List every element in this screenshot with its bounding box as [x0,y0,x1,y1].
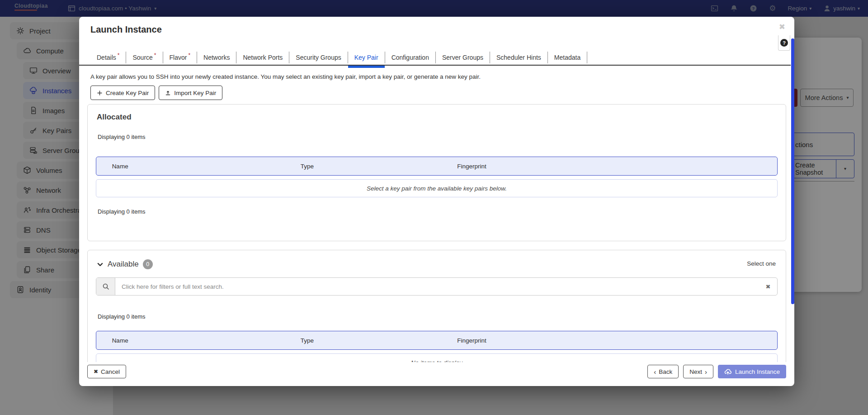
help-icon: ? [780,39,788,47]
tab-underline [79,65,791,66]
column-header-fingerprint[interactable]: Fingerprint [457,157,486,175]
filter-search-bar: ✖ [96,277,778,296]
modal-footer: ✖ Cancel ‹ Back Next › Launch Instance [79,362,794,386]
available-panel: Available 0 Select one ✖ Displaying 0 it… [87,250,786,362]
tab-configuration[interactable]: Configuration [385,50,435,65]
tab-separator [587,52,587,63]
column-header-type[interactable]: Type [301,157,314,175]
chevron-left-icon: ‹ [654,369,656,375]
select-one-hint: Select one [747,260,776,267]
allocated-title: Allocated [97,113,786,122]
chevron-right-icon: › [705,369,707,375]
tab-flavor[interactable]: Flavor* [163,50,197,65]
close-icon: ✖ [94,368,98,375]
cancel-button[interactable]: ✖ Cancel [87,365,126,378]
allocated-empty-message: Select a key pair from the available key… [367,185,507,192]
next-button[interactable]: Next › [683,365,713,378]
tab-source[interactable]: Source* [126,50,162,65]
modal-title: Launch Instance [90,24,162,35]
allocated-count-top: Displaying 0 items [98,134,786,140]
key-pair-description: A key pair allows you to SSH into your n… [90,73,481,80]
filter-search-input[interactable] [115,278,759,295]
key-pair-step-body: A key pair allows you to SSH into your n… [79,67,794,362]
tab-server-groups[interactable]: Server Groups [436,50,490,65]
launch-instance-modal: Launch Instance ✖ Details* Source* Flavo… [79,17,794,386]
key-pair-actions: Create Key Pair Import Key Pair [90,86,222,100]
column-header-type[interactable]: Type [301,331,314,349]
close-icon[interactable]: ✖ [779,22,785,32]
tab-network-ports[interactable]: Network Ports [236,50,289,65]
plus-icon [97,90,103,96]
available-count: Displaying 0 items [98,313,786,320]
available-table-header: Name Type Fingerprint [96,331,778,350]
available-empty-row: No items to display [96,353,778,362]
import-key-pair-button[interactable]: Import Key Pair [159,86,222,100]
tab-key-pair[interactable]: Key Pair [348,50,385,65]
available-title: Available [108,260,139,269]
upload-icon [165,90,171,96]
column-header-name[interactable]: Name [112,331,128,349]
allocated-count-bottom: Displaying 0 items [98,208,786,215]
required-asterisk: * [154,52,156,58]
launch-instance-button[interactable]: Launch Instance [718,365,786,378]
available-header: Available 0 Select one [97,258,777,271]
tab-networks[interactable]: Networks [197,50,236,65]
allocated-table-header: Name Type Fingerprint [96,157,778,176]
tab-scheduler-hints[interactable]: Scheduler Hints [490,50,547,65]
available-count-badge: 0 [143,259,153,269]
required-asterisk: * [188,52,190,58]
tab-security-groups[interactable]: Security Groups [289,50,347,65]
search-icon [96,278,115,295]
required-asterisk: * [118,52,120,58]
chevron-down-icon[interactable] [97,261,104,268]
tab-details[interactable]: Details* [90,50,126,65]
create-key-pair-button[interactable]: Create Key Pair [90,86,155,100]
tab-metadata[interactable]: Metadata [548,50,587,65]
allocated-empty-row: Select a key pair from the available key… [96,179,778,197]
column-header-fingerprint[interactable]: Fingerprint [457,331,486,349]
wizard-nav-buttons: ‹ Back Next › Launch Instance [647,365,786,378]
application-root: Cloudtopiaa cloudtopiaa.com • Yashwin ▾ … [0,0,868,415]
column-header-name[interactable]: Name [112,157,128,175]
cloud-upload-icon [724,368,731,375]
clear-search-icon[interactable]: ✖ [759,278,777,295]
back-button[interactable]: ‹ Back [647,365,679,378]
help-button[interactable]: ? [778,35,790,51]
wizard-tab-strip: Details* Source* Flavor* Networks Networ… [90,50,587,65]
allocated-panel: Allocated Displaying 0 items Name Type F… [87,104,786,241]
